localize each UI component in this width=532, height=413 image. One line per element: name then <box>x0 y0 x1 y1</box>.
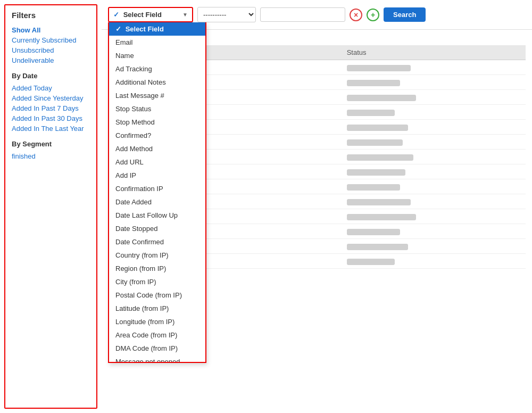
status-cell <box>342 194 526 209</box>
dropdown-item[interactable]: Stop Status <box>109 102 205 115</box>
dropdown-item[interactable]: Date Stopped <box>109 222 205 235</box>
sidebar: Filters Show All Currently SubscribedUns… <box>4 4 97 409</box>
status-cell <box>342 60 526 75</box>
status-cell <box>342 75 526 90</box>
dropdown-item[interactable]: Name <box>109 49 205 62</box>
field-dropdown-list: ✓ Select FieldEmailNameAd TrackingAdditi… <box>108 22 206 363</box>
dropdown-item[interactable]: Area Code (from IP) <box>109 328 205 342</box>
sidebar-date-item[interactable]: Added In Past 7 Days <box>12 103 90 113</box>
field-select-button[interactable]: ✓ Select Field ▼ <box>108 7 193 22</box>
search-value-input[interactable] <box>260 7 345 22</box>
sidebar-date-item[interactable]: Added Since Yesterday <box>12 93 90 103</box>
sidebar-item-undeliverable[interactable]: Undeliverable <box>12 55 90 65</box>
dropdown-item[interactable]: Add URL <box>109 155 205 169</box>
sidebar-segment-item[interactable]: finished <box>12 151 90 161</box>
status-cell <box>342 135 526 150</box>
operator-select[interactable]: ---------- <box>197 7 256 22</box>
arrow-down-icon: ▼ <box>182 12 188 18</box>
dropdown-item[interactable]: Longitude (from IP) <box>109 315 205 328</box>
dropdown-item[interactable]: Region (from IP) <box>109 262 205 275</box>
dropdown-item[interactable]: Add IP <box>109 169 205 182</box>
status-cell <box>342 224 526 239</box>
dropdown-item[interactable]: Last Message # <box>109 89 205 102</box>
dropdown-item[interactable]: Message not opened <box>109 355 205 363</box>
dropdown-item[interactable]: Date Last Follow Up <box>109 209 205 222</box>
sidebar-date-item[interactable]: Added In The Last Year <box>12 123 90 134</box>
status-cell <box>342 179 526 194</box>
status-cell <box>342 150 526 164</box>
dropdown-item[interactable]: Latitude (from IP) <box>109 302 205 315</box>
remove-icon: × <box>354 11 358 19</box>
dropdown-item[interactable]: City (from IP) <box>109 275 205 288</box>
sidebar-item-unsubscribed[interactable]: Unsubscribed <box>12 45 90 55</box>
dropdown-item[interactable]: Add Method <box>109 142 205 155</box>
selected-field-label: Select Field <box>123 11 162 19</box>
dropdown-item[interactable]: Confirmed? <box>109 129 205 142</box>
dropdown-item[interactable]: Stop Method <box>109 115 205 129</box>
sidebar-date-item[interactable]: Added In Past 30 Days <box>12 113 90 123</box>
top-bar: ✓ Select Field ▼ ✓ Select FieldEmailName… <box>102 0 532 30</box>
sidebar-title: Filters <box>12 11 90 20</box>
dropdown-item[interactable]: Date Added <box>109 195 205 209</box>
status-column-header: Status <box>342 45 526 60</box>
sidebar-by-segment-title: By Segment <box>12 140 90 148</box>
dropdown-item[interactable]: Postal Code (from IP) <box>109 288 205 302</box>
status-cell <box>342 164 526 179</box>
status-cell <box>342 209 526 224</box>
dropdown-item[interactable]: Confirmation IP <box>109 182 205 195</box>
status-cell <box>342 239 526 254</box>
main-content: ✓ Select Field ▼ ✓ Select FieldEmailName… <box>102 0 532 413</box>
dropdown-item[interactable]: Ad Tracking <box>109 62 205 76</box>
status-cell <box>342 254 526 269</box>
dropdown-item[interactable]: Email <box>109 36 205 49</box>
sidebar-item-currently-subscribed[interactable]: Currently Subscribed <box>12 35 90 45</box>
dropdown-item[interactable]: Additional Notes <box>109 76 205 89</box>
sidebar-by-date-title: By Date <box>12 72 90 80</box>
field-dropdown-wrapper: ✓ Select Field ▼ ✓ Select FieldEmailName… <box>108 7 193 22</box>
search-button[interactable]: Search <box>384 7 426 22</box>
status-cell <box>342 120 526 135</box>
dropdown-item[interactable]: Date Confirmed <box>109 235 205 249</box>
sidebar-show-all[interactable]: Show All <box>12 25 90 35</box>
dropdown-item[interactable]: ✓ Select Field <box>109 22 205 36</box>
status-cell <box>342 90 526 105</box>
remove-filter-button[interactable]: × <box>350 9 362 21</box>
add-icon: + <box>371 11 375 19</box>
dropdown-item[interactable]: DMA Code (from IP) <box>109 342 205 355</box>
checkmark-icon: ✓ <box>113 11 119 19</box>
dropdown-item[interactable]: Country (from IP) <box>109 249 205 262</box>
sidebar-date-item[interactable]: Added Today <box>12 83 90 93</box>
status-cell <box>342 105 526 120</box>
selected-check-icon: ✓ <box>115 25 123 33</box>
add-filter-button[interactable]: + <box>367 9 379 21</box>
